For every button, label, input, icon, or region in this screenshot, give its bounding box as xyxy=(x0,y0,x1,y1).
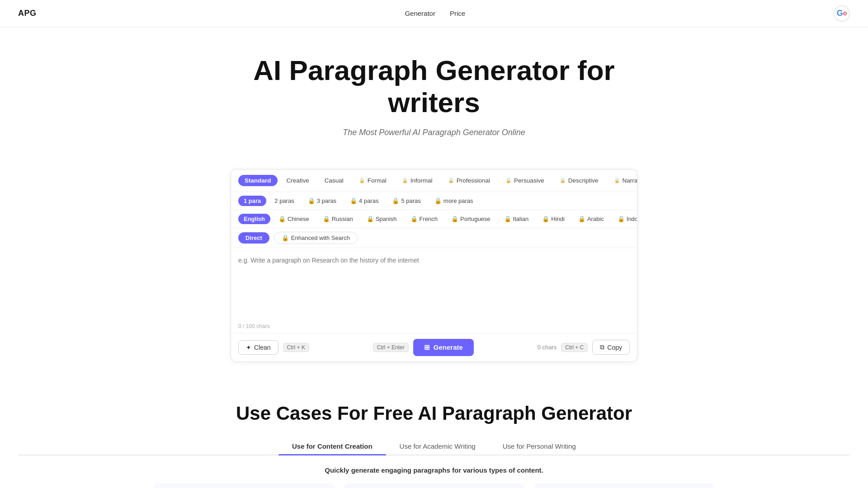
tab-formal[interactable]: 🔒Formal xyxy=(353,175,393,186)
para-2[interactable]: 2 paras xyxy=(269,196,299,206)
use-tab-academic[interactable]: Use for Academic Writing xyxy=(386,438,489,455)
use-cases-title: Use Cases For Free AI Paragraph Generato… xyxy=(18,403,850,424)
tab-creative[interactable]: Creative xyxy=(280,175,316,186)
prompt-input[interactable] xyxy=(238,255,630,314)
para-count-row: 1 para 2 paras 🔒3 paras 🔒4 paras 🔒5 para… xyxy=(231,192,637,210)
hero-subtitle: The Most Powerful AI Paragraph Generator… xyxy=(18,128,850,137)
para-more[interactable]: 🔒more paras xyxy=(429,196,479,206)
mode-enhanced[interactable]: 🔒 Enhanced with Search xyxy=(274,232,358,244)
copy-icon: ⧉ xyxy=(600,343,604,351)
copy-shortcut: Ctrl + C xyxy=(561,343,588,352)
generate-button[interactable]: ⊞ Generate xyxy=(413,339,474,356)
use-cases-cards xyxy=(18,483,850,488)
language-row: English 🔒Chinese 🔒Russian 🔒Spanish 🔒Fren… xyxy=(231,210,637,228)
para-5[interactable]: 🔒5 paras xyxy=(387,196,426,206)
use-cases-tabs: Use for Content Creation Use for Academi… xyxy=(18,438,850,455)
lang-chinese[interactable]: 🔒Chinese xyxy=(273,214,315,224)
use-card-1 xyxy=(154,483,335,488)
hero-section: AI Paragraph Generator for writers The M… xyxy=(0,27,868,155)
use-cases-description: Quickly generate engaging paragraphs for… xyxy=(18,466,850,474)
tab-narrative[interactable]: 🔒Narrative xyxy=(608,175,637,186)
generator-panel: Standard Creative Casual 🔒Formal 🔒Inform… xyxy=(231,169,637,362)
use-card-2 xyxy=(344,483,524,488)
copy-button[interactable]: ⧉ Copy xyxy=(592,340,630,355)
use-cases-section: Use Cases For Free AI Paragraph Generato… xyxy=(0,375,868,488)
lang-italian[interactable]: 🔒Italian xyxy=(499,214,534,224)
clean-label: Clean xyxy=(254,344,271,351)
nav-price[interactable]: Price xyxy=(450,9,465,17)
google-icon: Go xyxy=(834,5,850,22)
nav-generator[interactable]: Generator xyxy=(405,9,435,17)
use-tab-personal[interactable]: Use for Personal Writing xyxy=(489,438,590,455)
action-row: ✦ Clean Ctrl + K Ctrl + Enter ⊞ Generate… xyxy=(231,333,637,361)
char-count-display: 0 / 100 chars xyxy=(231,323,637,333)
lang-indonesian[interactable]: 🔒Indonesian xyxy=(612,214,637,224)
tab-persuasive[interactable]: 🔒Persuasive xyxy=(499,175,551,186)
tab-descriptive[interactable]: 🔒Descriptive xyxy=(553,175,605,186)
generate-icon: ⊞ xyxy=(424,343,430,352)
lang-arabic[interactable]: 🔒Arabic xyxy=(573,214,609,224)
tab-standard[interactable]: Standard xyxy=(238,175,278,186)
action-left: ✦ Clean Ctrl + K xyxy=(238,340,309,355)
tab-professional[interactable]: 🔒Professional xyxy=(442,175,496,186)
output-chars: 0 chars xyxy=(538,344,557,351)
search-icon: 🔒 xyxy=(282,235,289,241)
lang-english[interactable]: English xyxy=(238,214,270,224)
lang-russian[interactable]: 🔒Russian xyxy=(317,214,359,224)
generate-group: Ctrl + Enter ⊞ Generate xyxy=(373,339,474,356)
lang-spanish[interactable]: 🔒Spanish xyxy=(361,214,402,224)
action-right: 0 chars Ctrl + C ⧉ Copy xyxy=(538,340,630,355)
clean-shortcut: Ctrl + K xyxy=(283,343,309,352)
para-4[interactable]: 🔒4 paras xyxy=(344,196,384,206)
lang-french[interactable]: 🔒French xyxy=(405,214,443,224)
para-1[interactable]: 1 para xyxy=(238,196,266,206)
lang-hindi[interactable]: 🔒Hindi xyxy=(537,214,570,224)
nav-links: Generator Price xyxy=(405,9,465,17)
para-3[interactable]: 🔒3 paras xyxy=(302,196,342,206)
use-tab-content[interactable]: Use for Content Creation xyxy=(278,438,386,455)
generate-label: Generate xyxy=(434,343,463,351)
clean-icon: ✦ xyxy=(246,344,251,351)
search-mode-row: Direct 🔒 Enhanced with Search xyxy=(231,228,637,248)
copy-label: Copy xyxy=(607,344,622,351)
mode-direct[interactable]: Direct xyxy=(238,232,269,244)
tab-casual[interactable]: Casual xyxy=(318,175,350,186)
nav-logo: APG xyxy=(18,9,37,18)
navbar: APG Generator Price Go xyxy=(0,0,868,27)
style-tabs-row: Standard Creative Casual 🔒Formal 🔒Inform… xyxy=(231,169,637,192)
generate-shortcut: Ctrl + Enter xyxy=(373,343,409,352)
textarea-wrap xyxy=(231,248,637,323)
lang-portuguese[interactable]: 🔒Portuguese xyxy=(446,214,496,224)
tab-informal[interactable]: 🔒Informal xyxy=(396,175,439,186)
hero-title: AI Paragraph Generator for writers xyxy=(231,54,637,119)
clean-button[interactable]: ✦ Clean xyxy=(238,340,278,355)
use-card-3 xyxy=(533,483,714,488)
